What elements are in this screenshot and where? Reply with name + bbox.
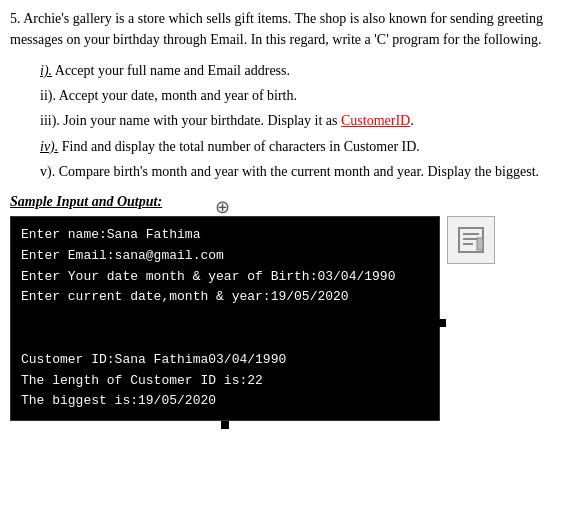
scroll-svg	[455, 224, 487, 256]
terminal-line-6	[21, 329, 429, 350]
sub-items-list: i). Accept your full name and Email addr…	[40, 58, 557, 184]
sub-item-3: iii). Join your name with your birthdate…	[40, 108, 557, 133]
question-number: 5.	[10, 11, 21, 26]
terminal-line-2: Enter Email:sana@gmail.com	[21, 246, 429, 267]
terminal-line-3: Enter Your date month & year of Birth:03…	[21, 267, 429, 288]
sub-item-4-text: Find and display the total number of cha…	[62, 139, 420, 154]
question-intro: 5. Archie's gallery is a store which sel…	[10, 8, 557, 50]
scroll-icon	[447, 216, 495, 264]
sub-item-1-label: i).	[40, 63, 52, 78]
question-intro-text: Archie's gallery is a store which sells …	[10, 11, 543, 47]
sub-item-1-text: Accept your full name and Email address.	[55, 63, 290, 78]
sub-item-4-label: iv).	[40, 139, 58, 154]
sub-item-5-text: Compare birth's month and year with the …	[59, 164, 539, 179]
sub-item-3-text: Join your name with your birthdate. Disp…	[63, 113, 341, 128]
question-block: 5. Archie's gallery is a store which sel…	[10, 8, 557, 429]
sub-item-4: iv). Find and display the total number o…	[40, 134, 557, 159]
resize-handle-right[interactable]	[438, 319, 446, 327]
resize-handle-bottom[interactable]	[221, 421, 229, 429]
terminal-line-5	[21, 308, 429, 329]
sub-item-2: ii). Accept your date, month and year of…	[40, 83, 557, 108]
terminal-line-8: The length of Customer ID is:22	[21, 371, 429, 392]
sub-item-2-label: ii).	[40, 88, 56, 103]
terminal-output: Enter name:Sana Fathima Enter Email:sana…	[10, 216, 440, 421]
terminal-wrapper: ⊕ Enter name:Sana Fathima Enter Email:sa…	[10, 216, 440, 429]
sub-item-5: v). Compare birth's month and year with …	[40, 159, 557, 184]
terminal-line-7: Customer ID:Sana Fathima03/04/1990	[21, 350, 429, 371]
svg-rect-4	[477, 238, 483, 250]
sub-item-1: i). Accept your full name and Email addr…	[40, 58, 557, 83]
terminal-line-1: Enter name:Sana Fathima	[21, 225, 429, 246]
sub-item-3-label: iii).	[40, 113, 60, 128]
sub-item-3-customerid: CustomerID	[341, 113, 410, 128]
anchor-icon: ⊕	[215, 196, 230, 218]
sub-item-5-label: v).	[40, 164, 55, 179]
terminal-line-9: The biggest is:19/05/2020	[21, 391, 429, 412]
sub-item-2-text: Accept your date, month and year of birt…	[59, 88, 297, 103]
terminal-line-4: Enter current date,month & year:19/05/20…	[21, 287, 429, 308]
sub-item-3-period: .	[410, 113, 414, 128]
sample-heading: Sample Input and Output:	[10, 194, 557, 210]
